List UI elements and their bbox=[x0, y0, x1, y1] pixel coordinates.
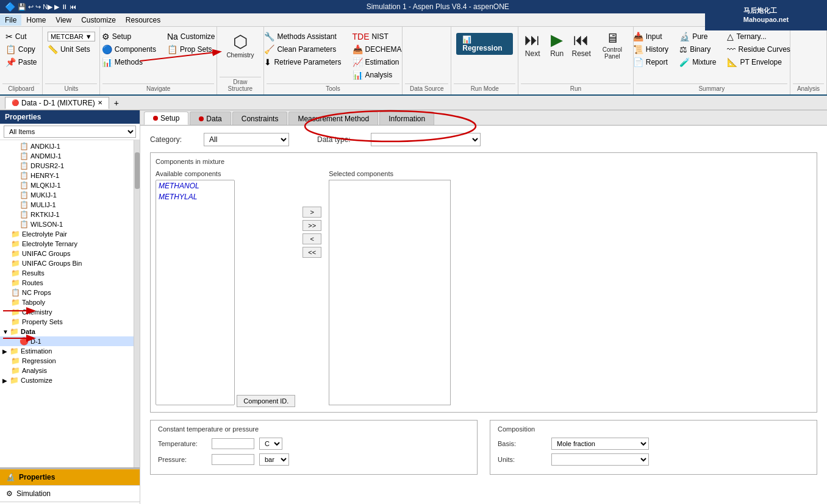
menu-file[interactable]: File bbox=[0, 15, 21, 26]
sidebar-item-d1[interactable]: 🔴 D-1 bbox=[0, 336, 134, 346]
reset-button[interactable]: ⏮ Reset bbox=[570, 28, 593, 60]
transfer-right-one-button[interactable]: > bbox=[303, 207, 321, 218]
sidebar-item-property-sets[interactable]: 📁 Property Sets bbox=[0, 317, 134, 327]
regression-button[interactable]: 📊 Regression bbox=[456, 33, 513, 55]
selected-components-list[interactable] bbox=[329, 180, 451, 405]
customize-nav-button[interactable]: Na Customize bbox=[163, 30, 219, 43]
mixture-button[interactable]: 🧪 Mixture bbox=[676, 56, 720, 68]
simulation-panel-button[interactable]: ⚙ Simulation bbox=[0, 485, 140, 502]
sidebar-item-customize[interactable]: ▶ 📁 Customize bbox=[0, 375, 134, 385]
clean-parameters-button[interactable]: 🧹 Clean Parameters bbox=[260, 43, 345, 55]
pressure-unit-select[interactable]: bar atm Pa bbox=[259, 453, 289, 466]
sidebar-item-unifac-groups-bin[interactable]: 📁 UNIFAC Groups Bin bbox=[0, 258, 134, 268]
sidebar-scrollbar[interactable] bbox=[134, 140, 140, 467]
input-button[interactable]: 📥 Input bbox=[629, 30, 672, 43]
tab-constraints[interactable]: Constraints bbox=[232, 112, 288, 125]
properties-panel-button[interactable]: 🔬 Properties bbox=[0, 469, 140, 485]
retrieve-parameters-button[interactable]: ⬇ Retrieve Parameters bbox=[260, 56, 345, 68]
draw-structure-button[interactable]: ⬡ Chemistry bbox=[223, 28, 257, 61]
estimation-button[interactable]: 📈 Estimation bbox=[349, 56, 406, 68]
dechema-button[interactable]: 📥 DECHEMA bbox=[349, 43, 406, 55]
sidebar-item-drusr21[interactable]: 📋 DRUSR2-1 bbox=[0, 161, 134, 171]
sidebar-item-tabpoly[interactable]: 📁 Tabpoly bbox=[0, 297, 134, 307]
document-tab-strip: 🔴 Data - D-1 (MIXTURE) ✕ + bbox=[0, 96, 827, 110]
menu-customize[interactable]: Customize bbox=[76, 15, 121, 26]
components-button[interactable]: 🔵 Components bbox=[98, 43, 160, 55]
energy-panel-button[interactable]: ⚡ Energy Analysis bbox=[0, 502, 140, 504]
sidebar-item-elec-ternary[interactable]: 📁 Electrolyte Ternary bbox=[0, 239, 134, 249]
sidebar-item-andkij1[interactable]: 📋 ANDKIJ-1 bbox=[0, 141, 134, 151]
sidebar-item-mlqkij1[interactable]: 📋 MLQKIJ-1 bbox=[0, 180, 134, 190]
available-components-list[interactable]: METHANOL METHYLAL bbox=[156, 180, 235, 405]
sidebar-item-elec-pair[interactable]: 📁 Electrolyte Pair bbox=[0, 229, 134, 239]
menu-view[interactable]: View bbox=[51, 15, 76, 26]
methods-button[interactable]: 📊 Methods bbox=[98, 56, 160, 68]
copy-button[interactable]: 📋 Copy bbox=[2, 43, 41, 55]
data-d1-tab[interactable]: 🔴 Data - D-1 (MIXTURE) ✕ bbox=[5, 97, 109, 109]
pressure-input[interactable] bbox=[212, 454, 254, 465]
tab-information[interactable]: Information bbox=[379, 112, 434, 125]
sidebar-item-unifac-groups[interactable]: 📁 UNIFAC Groups bbox=[0, 249, 134, 258]
unit-sets-button[interactable]: 📏 Unit Sets bbox=[44, 43, 99, 55]
sidebar-filter-select[interactable]: All Items bbox=[4, 126, 136, 138]
units-select[interactable] bbox=[551, 453, 649, 466]
sidebar-item-mukij1[interactable]: 📋 MUKIJ-1 bbox=[0, 190, 134, 200]
tab-data[interactable]: Data bbox=[190, 112, 231, 125]
next-button[interactable]: ⏭ Next bbox=[521, 28, 544, 60]
metcbar-dropdown[interactable]: METCBAR ▼ bbox=[44, 30, 99, 43]
temp-pressure-title: Constant temperature or pressure bbox=[158, 425, 470, 433]
ribbon-group-draw-structure: ⬡ Chemistry Draw Structure bbox=[217, 27, 264, 94]
basis-select[interactable]: Mole fraction Mass fraction Mole/Liter bbox=[551, 438, 649, 450]
sidebar-item-rktkij1[interactable]: 📋 RKTKIJ-1 bbox=[0, 210, 134, 219]
basis-label: Basis: bbox=[498, 440, 546, 447]
control-panel-button[interactable]: 🖥 Control Panel bbox=[594, 28, 630, 62]
estimation-expander[interactable]: ▶ bbox=[2, 348, 10, 355]
tab-close-button[interactable]: ✕ bbox=[98, 99, 102, 106]
cut-button[interactable]: ✂ Cut bbox=[2, 30, 41, 43]
sidebar-scrollbar-thumb[interactable] bbox=[135, 152, 140, 189]
menu-home[interactable]: Home bbox=[21, 15, 51, 26]
prop-sets-button[interactable]: 📋 Prop Sets bbox=[163, 43, 219, 55]
residue-curves-button[interactable]: 〰 Residue Curves bbox=[723, 43, 793, 55]
sidebar-item-nc-props[interactable]: 📋 NC Props bbox=[0, 288, 134, 297]
run-button[interactable]: ▶ Run bbox=[545, 28, 568, 60]
sidebar-item-routes[interactable]: 📁 Routes bbox=[0, 278, 134, 288]
tab-measurement-method[interactable]: Measurement Method bbox=[288, 112, 378, 125]
methods-assistant-button[interactable]: 🔧 Methods Assistant bbox=[260, 30, 345, 43]
data-expander[interactable]: ▼ bbox=[2, 328, 10, 335]
menu-resources[interactable]: Resources bbox=[121, 15, 165, 26]
sidebar-item-chemistry[interactable]: 📁 Chemistry bbox=[0, 307, 134, 317]
temperature-input[interactable] bbox=[212, 438, 254, 449]
sidebar-item-wilson1[interactable]: 📋 WILSON-1 bbox=[0, 219, 134, 229]
sidebar-item-results[interactable]: 📁 Results bbox=[0, 268, 134, 278]
sidebar-item-mulij1[interactable]: 📋 MULIJ-1 bbox=[0, 200, 134, 210]
datatype-select[interactable] bbox=[371, 133, 481, 146]
component-id-button[interactable]: Component ID. bbox=[237, 395, 295, 407]
sidebar-item-analysis[interactable]: 📁 Analysis bbox=[0, 366, 134, 375]
transfer-right-all-button[interactable]: >> bbox=[303, 220, 321, 231]
category-select[interactable]: All Binary Ternary bbox=[204, 133, 289, 146]
sidebar-item-regression[interactable]: 📁 Regression bbox=[0, 356, 134, 366]
pt-icon: 📐 bbox=[727, 57, 737, 67]
history-button[interactable]: 📜 History bbox=[629, 43, 672, 55]
transfer-left-all-button[interactable]: << bbox=[303, 247, 321, 258]
sidebar-item-andmij1[interactable]: 📋 ANDMIJ-1 bbox=[0, 151, 134, 161]
binary-button[interactable]: ⚖ Binary bbox=[676, 43, 720, 55]
sidebar-item-data[interactable]: ▼ 📁 Data bbox=[0, 327, 134, 336]
report-button[interactable]: 📄 Report bbox=[629, 56, 672, 68]
analysis-tool-button[interactable]: 📊 Analysis bbox=[349, 69, 406, 81]
transfer-left-one-button[interactable]: < bbox=[303, 233, 321, 244]
tab-setup[interactable]: Setup bbox=[144, 112, 188, 125]
nist-button[interactable]: TDE NIST bbox=[349, 30, 406, 43]
sidebar-item-henry1[interactable]: 📋 HENRY-1 bbox=[0, 171, 134, 180]
customize-expander[interactable]: ▶ bbox=[2, 377, 10, 384]
add-tab-button[interactable]: + bbox=[110, 97, 123, 109]
sidebar-item-estimation[interactable]: ▶ 📁 Estimation bbox=[0, 346, 134, 356]
tab-close-icon[interactable]: 🔴 bbox=[12, 99, 19, 106]
temperature-unit-select[interactable]: C K F bbox=[259, 438, 282, 450]
setup-nav-button[interactable]: ⚙ Setup bbox=[98, 30, 160, 43]
pure-button[interactable]: 🔬 Pure bbox=[676, 30, 720, 43]
pt-envelope-button[interactable]: 📐 PT Envelope bbox=[723, 56, 793, 68]
paste-button[interactable]: 📌 Paste bbox=[2, 56, 41, 68]
ternary-button[interactable]: △ Ternary... bbox=[723, 30, 793, 43]
